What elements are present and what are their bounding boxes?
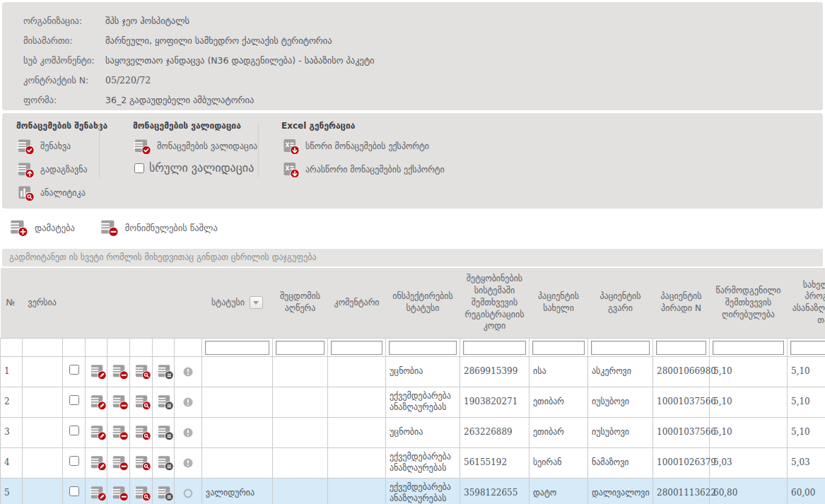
info-row: ფორმა: 36_2 გადაუდებელი ამბულატორია xyxy=(23,90,823,110)
row-edit-button[interactable] xyxy=(89,423,107,441)
export-invalid-button[interactable]: არასწორი მონაცემების ექსპორტი xyxy=(281,160,445,179)
analytics-button[interactable]: ანალიტიკა xyxy=(16,184,107,202)
cell-error-desc xyxy=(273,417,328,447)
add-button[interactable]: დამატება xyxy=(8,218,75,238)
row-status-warning-icon xyxy=(181,456,195,470)
cell-status xyxy=(202,356,273,387)
filter-input-comment[interactable] xyxy=(331,341,382,355)
cell-personal-n: 10001037566 xyxy=(653,387,710,417)
row-view-button[interactable] xyxy=(134,363,151,380)
column-header-presented-value[interactable]: წარმოდგენილი შემთხვევის ღირებულება xyxy=(710,268,788,338)
table-row-selected: 5 ვალიდურია ექვემდებარება ანაზღაურებას 3… xyxy=(1,478,825,504)
column-header-inspection-status[interactable]: ინსპექტირების სტატუსი xyxy=(386,268,460,338)
chevron-down-icon xyxy=(253,301,259,305)
row-edit-button[interactable] xyxy=(89,363,107,380)
cell-inspection-status: უცნობია xyxy=(386,417,460,447)
row-edit-button[interactable] xyxy=(89,484,107,502)
row-status-ring-icon xyxy=(181,486,195,500)
column-header-version[interactable]: ვერსია xyxy=(23,268,63,338)
search-magnifier-icon xyxy=(134,393,151,411)
details-menu-icon xyxy=(156,454,174,471)
search-magnifier-icon xyxy=(134,423,151,441)
info-row: კონტრაქტის N: 05/220/72 xyxy=(23,70,823,90)
edit-pencil-icon xyxy=(89,363,107,380)
page-root: { "info": { "fields": [ { "label": "ორგა… xyxy=(0,0,825,504)
row-select-checkbox[interactable] xyxy=(69,395,79,405)
filter-input-status[interactable] xyxy=(205,341,269,355)
filter-input-first-name[interactable] xyxy=(532,341,585,355)
subcomponent-value: საყოველთაო ჯანდაცვა (N36 დადგენილება) - … xyxy=(105,55,375,66)
filter-input-inspection-status[interactable] xyxy=(389,341,457,355)
row-details-button[interactable] xyxy=(156,484,174,502)
filter-input-last-name[interactable] xyxy=(591,341,650,355)
edit-pencil-icon xyxy=(89,423,107,441)
row-select-checkbox[interactable] xyxy=(69,456,79,466)
cell-presented-value: 5,03 xyxy=(710,447,788,478)
row-edit-button[interactable] xyxy=(89,393,107,411)
contract-n-value: 05/220/72 xyxy=(105,75,151,86)
cell-state-amount: 5,10 xyxy=(788,417,825,447)
cell-reg-code: 2869915399 xyxy=(460,356,529,387)
column-header-comment[interactable]: კომენტარი xyxy=(328,268,386,338)
filter-input-state-amount[interactable] xyxy=(790,341,825,355)
column-header-view xyxy=(130,268,153,338)
export-valid-button[interactable]: სწორი მონაცემების ექსპორტი xyxy=(281,137,445,156)
form-value: 36_2 გადაუდებელი ამბულატორია xyxy=(105,95,254,105)
cell-state-amount: 5,10 xyxy=(788,387,825,417)
filter-input-error-desc[interactable] xyxy=(276,341,324,355)
cell-last-name: დალივალოვი xyxy=(588,478,653,504)
row-select-checkbox[interactable] xyxy=(69,486,79,496)
cell-row-number: 4 xyxy=(1,447,23,478)
full-validation-checkbox[interactable] xyxy=(134,163,144,173)
search-magnifier-icon xyxy=(134,484,151,502)
row-select-checkbox[interactable] xyxy=(69,365,79,375)
row-select-checkbox[interactable] xyxy=(69,426,79,435)
column-header-personal-n[interactable]: პაციენტის პირადი N xyxy=(653,268,710,338)
details-menu-icon xyxy=(156,363,174,380)
cell-personal-n: 10001026379 xyxy=(653,447,710,478)
contract-n-label: კონტრაქტის N: xyxy=(23,75,105,86)
send-button[interactable]: გადაგზავნა xyxy=(16,160,107,179)
row-delete-button[interactable] xyxy=(111,454,129,471)
filter-input-presented-value[interactable] xyxy=(713,341,784,355)
row-view-button[interactable] xyxy=(134,484,151,502)
cell-first-name: ისა xyxy=(529,356,588,387)
row-details-button[interactable] xyxy=(156,363,174,380)
cell-presented-value: 5,10 xyxy=(710,356,788,387)
row-delete-button[interactable] xyxy=(111,363,129,380)
cell-row-number: 1 xyxy=(1,356,23,387)
filter-input-reg-code[interactable] xyxy=(463,341,526,355)
row-view-button[interactable] xyxy=(134,454,151,471)
column-header-error-desc[interactable]: შეცდომის აღწერა xyxy=(273,268,328,338)
row-details-button[interactable] xyxy=(156,454,174,471)
status-filter-dropdown-button[interactable] xyxy=(250,296,263,309)
excel-download-icon xyxy=(281,160,300,179)
analytics-button-label: ანალიტიკა xyxy=(40,188,86,198)
delete-selected-button[interactable]: მონიშნულების წაშლა xyxy=(99,218,218,238)
row-edit-button[interactable] xyxy=(89,454,107,471)
row-view-button[interactable] xyxy=(134,393,151,411)
cell-reg-code: 3598122655 xyxy=(460,478,529,504)
column-header-status[interactable]: სტატუსი xyxy=(202,268,273,338)
info-row: სუბ კომპონენტი: საყოველთაო ჯანდაცვა (N36… xyxy=(23,50,823,70)
grouping-hint-bar[interactable]: გადმოიტანეთ ის სვეტი რომლის მიხედვითაც გ… xyxy=(2,249,823,266)
cell-last-name: იუსუბოვი xyxy=(588,417,653,447)
column-header-no[interactable]: № xyxy=(1,268,23,338)
column-header-reg-code[interactable]: შეტყობინების სისტემაში შემთხვევის რეგისტ… xyxy=(460,268,529,338)
column-header-state-amount[interactable]: სახელმწიფო პროგრამით ასანაზღაურებელი თან… xyxy=(788,268,825,338)
row-delete-button[interactable] xyxy=(111,484,129,502)
toolbar-separator xyxy=(258,123,259,178)
save-button[interactable]: შენახვა xyxy=(16,137,107,156)
column-header-last-name[interactable]: პაციენტის გვარი xyxy=(588,268,653,338)
column-header-first-name[interactable]: პაციენტის სახელი xyxy=(529,268,588,338)
row-delete-button[interactable] xyxy=(111,393,129,411)
row-details-button[interactable] xyxy=(156,423,174,441)
table-row: 4 ექვემდებარება ანაზღაურებას 56155192 სე… xyxy=(1,447,825,478)
filter-input-personal-n[interactable] xyxy=(656,341,706,355)
row-view-button[interactable] xyxy=(134,423,151,441)
toolbar-separator xyxy=(99,123,100,178)
row-details-button[interactable] xyxy=(156,393,174,411)
validate-button[interactable]: მონაცემების ვალიდაცია xyxy=(133,137,257,156)
analytics-chart-magnifier-icon xyxy=(16,184,35,202)
row-delete-button[interactable] xyxy=(111,423,129,441)
